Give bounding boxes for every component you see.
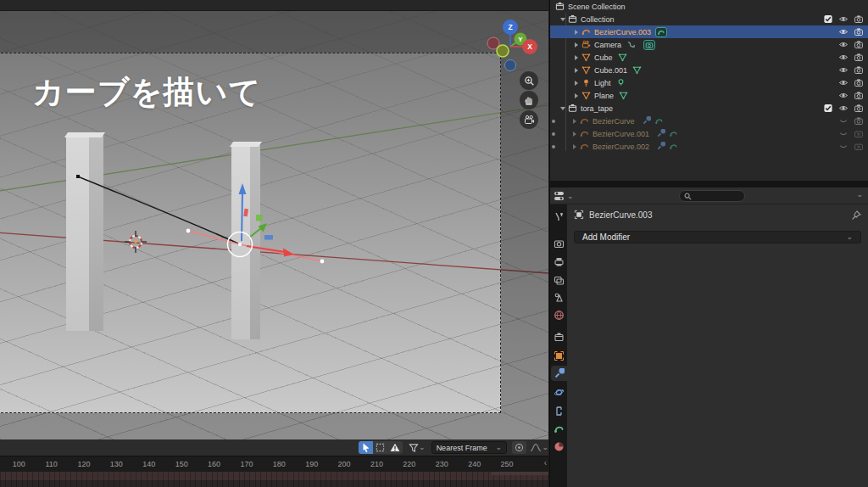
render-visibility-toggle[interactable]	[854, 116, 864, 126]
hide-eye-toggle-closed[interactable]	[838, 129, 849, 138]
render-visibility-toggle[interactable]	[854, 78, 864, 87]
animated-icon	[626, 40, 636, 49]
disclosure-open-icon[interactable]	[559, 104, 566, 112]
editor-divider	[550, 181, 868, 188]
properties-tab-physics[interactable]	[551, 384, 567, 400]
nav-axis-gizmo[interactable]: Z Y X	[485, 15, 539, 71]
add-modifier-button[interactable]: Add Modifier ⌄	[574, 231, 861, 244]
disclosure-closed-icon[interactable]	[572, 53, 580, 61]
cursor-arrow-icon	[362, 443, 370, 452]
chevron-down-icon: ⌄	[495, 444, 502, 451]
blender-window: カーブを描いて Z Y X	[0, 0, 868, 487]
box-select-button[interactable]	[373, 441, 387, 454]
outliner-row-camera[interactable]: Camera	[550, 38, 868, 51]
warning-button[interactable]	[388, 441, 403, 454]
render-disabled-toggle[interactable]	[854, 142, 864, 151]
mesh-data-badge[interactable]	[618, 91, 629, 101]
pin-icon[interactable]	[851, 210, 861, 221]
hide-eye-toggle[interactable]	[838, 65, 849, 75]
render-visibility-toggle[interactable]	[854, 14, 864, 24]
outliner-row-beziercurve-001[interactable]: BezierCurve.001	[550, 127, 868, 140]
disclosure-closed-icon[interactable]	[572, 79, 580, 87]
pan-button[interactable]	[520, 91, 538, 109]
disclosure-closed-icon[interactable]	[570, 143, 578, 150]
properties-tab-output[interactable]	[551, 254, 567, 269]
outliner-row-beziercurve-002[interactable]: BezierCurve.002	[550, 140, 868, 153]
render-visibility-toggle[interactable]	[854, 65, 864, 75]
hide-eye-toggle[interactable]	[838, 14, 849, 24]
camera-view-button[interactable]	[520, 110, 538, 129]
row-label: Plane	[594, 92, 614, 100]
properties-tab-render[interactable]	[551, 236, 567, 251]
outliner-row-cube[interactable]: Cube	[550, 51, 868, 64]
outliner-row-collection[interactable]: Collection	[550, 13, 868, 25]
outliner-row-scene-collection[interactable]: Scene Collection	[550, 0, 868, 13]
properties-search[interactable]	[679, 190, 745, 202]
light-data-badge[interactable]	[615, 78, 626, 88]
disclosure-closed-icon[interactable]	[570, 117, 578, 125]
hide-eye-toggle-closed[interactable]	[838, 116, 849, 126]
hide-eye-toggle[interactable]	[838, 78, 849, 87]
hide-eye-toggle[interactable]	[838, 104, 849, 113]
outliner-row-tora-tape[interactable]: tora_tape	[550, 102, 868, 115]
properties-tab-scene[interactable]	[551, 289, 567, 305]
collection-checkbox[interactable]	[823, 104, 833, 113]
curve-data-badge[interactable]	[655, 27, 667, 37]
properties-tab-modifiers[interactable]	[551, 366, 567, 381]
render-visibility-toggle[interactable]	[854, 40, 864, 49]
properties-tab-world[interactable]	[551, 307, 567, 322]
render-disabled-toggle[interactable]	[854, 129, 864, 138]
outliner-row-beziercurve-003[interactable]: BezierCurve.003	[550, 25, 868, 38]
filter-button[interactable]: ⌄	[409, 443, 426, 453]
falloff-dropdown[interactable]: ⌄	[530, 443, 548, 452]
disclosure-closed-icon[interactable]	[570, 130, 578, 137]
hide-eye-toggle[interactable]	[838, 27, 849, 36]
marquee-icon	[376, 443, 385, 452]
properties-tab-object-data[interactable]	[551, 421, 567, 436]
outliner-row-beziercurve[interactable]: BezierCurve	[550, 115, 868, 127]
outliner-row-cube-001[interactable]: Cube.001	[550, 64, 868, 76]
frame-ruler[interactable]: 1001101201301401501601701801902002102202…	[0, 456, 548, 472]
outliner-row-light[interactable]: Light	[550, 76, 868, 89]
axis-neg-z-ball[interactable]	[505, 60, 516, 71]
hide-eye-toggle[interactable]	[838, 91, 849, 100]
outliner-row-plane[interactable]: Plane	[550, 89, 868, 102]
disclosure-closed-icon[interactable]	[572, 28, 580, 36]
disclosure-closed-icon[interactable]	[572, 66, 580, 74]
properties-tab-view-layer[interactable]	[551, 271, 567, 287]
hide-eye-toggle[interactable]	[838, 40, 849, 49]
render-visibility-toggle[interactable]	[854, 104, 864, 113]
chevron-down-icon: ⌄	[846, 233, 853, 241]
render-visibility-toggle[interactable]	[854, 91, 864, 100]
properties-tab-material[interactable]	[551, 439, 567, 454]
hide-eye-toggle-closed[interactable]	[838, 142, 849, 151]
zoom-button[interactable]	[520, 71, 538, 90]
row-label: BezierCurve.003	[594, 28, 651, 36]
properties-tab-tool[interactable]	[551, 209, 567, 224]
select-tool-button[interactable]	[359, 441, 373, 454]
editor-type-button[interactable]: ⌄	[554, 190, 574, 202]
viewport-3d[interactable]: カーブを描いて Z Y X	[0, 0, 548, 439]
mesh-data-badge[interactable]	[617, 53, 628, 63]
camera-data-badge[interactable]	[643, 40, 655, 50]
chevron-down-icon: ⌄	[419, 444, 426, 451]
properties-tab-collection[interactable]	[551, 329, 567, 344]
axis-neg-y-ball[interactable]	[497, 45, 509, 57]
disclosure-open-icon[interactable]	[559, 15, 566, 23]
chevron-down-icon[interactable]: ⌄	[856, 191, 863, 199]
disclosure-closed-icon[interactable]	[572, 41, 580, 48]
render-visibility-toggle[interactable]	[854, 53, 864, 62]
curve-object-icon	[581, 27, 591, 36]
proportional-editing-toggle[interactable]	[512, 441, 526, 454]
curve-data-icon	[654, 116, 664, 126]
snap-mode-dropdown[interactable]: Nearest Frame ⌄	[431, 441, 507, 454]
mesh-data-badge[interactable]	[632, 65, 643, 76]
properties-tab-object[interactable]	[551, 348, 567, 363]
properties-tab-constraints[interactable]	[551, 403, 567, 418]
hide-eye-toggle[interactable]	[838, 53, 849, 62]
render-visibility-toggle[interactable]	[854, 27, 864, 36]
disclosure-closed-icon[interactable]	[572, 92, 580, 99]
search-input[interactable]	[692, 192, 739, 200]
scroll-arrow-icon[interactable]: ‹	[544, 458, 547, 467]
collection-checkbox[interactable]	[823, 14, 833, 24]
